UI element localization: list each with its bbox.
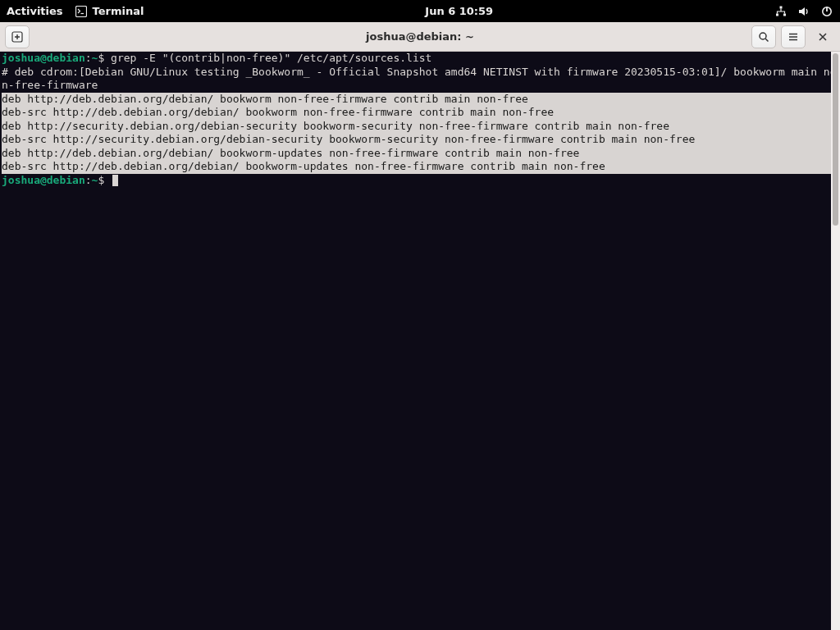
svg-point-6 [760, 33, 766, 39]
prompt-sigil: $ [98, 52, 111, 64]
window-title: joshua@debian: ~ [0, 30, 840, 43]
svg-rect-0 [75, 6, 86, 16]
network-icon [774, 5, 788, 18]
hamburger-menu-button[interactable] [781, 25, 806, 48]
activities-button[interactable]: Activities [7, 5, 63, 17]
output-match-line: deb http://deb.debian.org/debian/ bookwo… [2, 93, 840, 107]
hamburger-icon [788, 31, 799, 43]
output-match-line: deb-src http://deb.debian.org/debian/ bo… [2, 106, 840, 120]
prompt-sigil: $ [98, 174, 118, 186]
terminal-scrollbar[interactable] [831, 52, 840, 630]
terminal-app-icon [75, 5, 88, 18]
close-window-button[interactable] [810, 25, 835, 48]
close-icon [818, 32, 828, 42]
output-match-line: deb-src http://deb.debian.org/debian/ bo… [2, 160, 840, 174]
svg-rect-2 [776, 13, 778, 16]
new-tab-icon [11, 31, 23, 43]
prompt-separator: : [85, 174, 92, 186]
prompt-separator: : [85, 52, 92, 64]
scrollbar-thumb[interactable] [833, 53, 838, 226]
prompt-user-host: joshua@debian [2, 174, 85, 186]
window-titlebar: joshua@debian: ~ [0, 22, 840, 52]
power-icon [820, 5, 833, 18]
search-button[interactable] [751, 25, 776, 48]
search-icon [758, 31, 769, 43]
output-match-line: deb http://deb.debian.org/debian/ bookwo… [2, 147, 840, 161]
gnome-topbar: Activities Terminal Jun 6 10:59 [0, 0, 840, 22]
focused-app-label: Terminal [93, 5, 144, 17]
clock[interactable]: Jun 6 10:59 [425, 5, 493, 17]
terminal-viewport[interactable]: joshua@debian:~$ grep -E "(contrib|non-f… [0, 52, 840, 630]
entered-command: grep -E "(contrib|non-free)" /etc/apt/so… [111, 52, 431, 64]
output-match-line: deb http://security.debian.org/debian-se… [2, 120, 840, 134]
system-status-area[interactable] [774, 5, 833, 18]
svg-rect-3 [783, 13, 786, 16]
focused-app-menu[interactable]: Terminal [75, 5, 144, 18]
svg-rect-1 [780, 6, 783, 8]
volume-icon [797, 5, 810, 18]
output-match-line: deb-src http://security.debian.org/debia… [2, 133, 840, 147]
new-tab-button[interactable] [5, 25, 30, 48]
output-comment-line: # deb cdrom:[Debian GNU/Linux testing _B… [2, 66, 836, 92]
prompt-user-host: joshua@debian [2, 52, 85, 64]
